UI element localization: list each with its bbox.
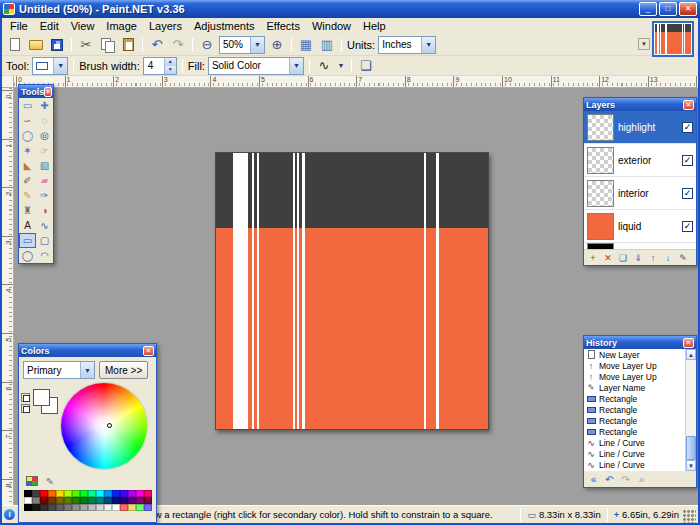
color-swatch[interactable] <box>112 490 120 497</box>
paste-icon[interactable] <box>119 36 137 54</box>
color-swatch[interactable] <box>104 490 112 497</box>
tool-paintbrush-icon[interactable]: ✐ <box>19 173 36 188</box>
color-swatch[interactable] <box>128 490 136 497</box>
merge-layer-down-button[interactable]: ⇓ <box>631 251 645 264</box>
maximize-button[interactable]: □ <box>659 2 677 16</box>
color-swatch[interactable] <box>80 490 88 497</box>
undo-button[interactable]: ↶ <box>603 473 616 486</box>
palette-open-icon[interactable] <box>25 475 39 487</box>
minimize-button[interactable]: _ <box>639 2 657 16</box>
tool-move-selection-icon[interactable]: ◌ <box>36 113 53 128</box>
history-item[interactable]: Rectangle <box>584 393 685 404</box>
menu-adjustments[interactable]: Adjustments <box>188 19 261 33</box>
color-swatch[interactable] <box>48 504 56 511</box>
scrollbar-thumb[interactable] <box>686 436 696 460</box>
history-item[interactable]: New Layer <box>584 349 685 360</box>
brush-width-stepper[interactable]: 4 ▲▼ <box>143 57 177 75</box>
color-swatch[interactable] <box>40 504 48 511</box>
color-swatch[interactable] <box>96 497 104 504</box>
tool-gradient-icon[interactable]: ▧ <box>36 158 53 173</box>
menu-view[interactable]: View <box>65 19 101 33</box>
color-swatch[interactable] <box>48 490 56 497</box>
layer-visible-checkbox[interactable]: ✓ <box>682 122 693 133</box>
color-swatch[interactable] <box>96 490 104 497</box>
add-layer-button[interactable]: + <box>586 251 600 264</box>
color-swatch[interactable] <box>72 497 80 504</box>
history-palette-titlebar[interactable]: History ✕ <box>584 336 696 349</box>
move-layer-up-button[interactable]: ↑ <box>646 251 660 264</box>
color-swatch[interactable] <box>72 504 80 511</box>
history-item[interactable]: ✎Layer Name <box>584 382 685 393</box>
menu-help[interactable]: Help <box>357 19 392 33</box>
color-wheel[interactable] <box>61 383 147 469</box>
resize-grip[interactable] <box>683 510 696 523</box>
close-button[interactable]: ✕ <box>679 2 697 16</box>
layer-row-exterior[interactable]: exterior✓ <box>584 144 696 177</box>
history-item[interactable]: ↑Move Layer Up <box>584 360 685 371</box>
zoom-in-icon[interactable]: ⊕ <box>268 36 286 54</box>
tool-pan-icon[interactable]: ☞ <box>36 143 53 158</box>
color-swatch[interactable] <box>80 497 88 504</box>
tool-move-selected-pixels-icon[interactable]: ✚ <box>36 98 53 113</box>
history-item[interactable]: ∿Line / Curve <box>584 459 685 470</box>
tool-magic-wand-icon[interactable]: ✶ <box>19 143 36 158</box>
color-swatch[interactable] <box>40 497 48 504</box>
tool-lasso-select-icon[interactable]: ∽ <box>19 113 36 128</box>
chevron-down-icon[interactable]: ▼ <box>336 57 346 75</box>
fast-forward-button[interactable]: » <box>635 473 648 486</box>
color-swatch[interactable] <box>64 490 72 497</box>
color-swatch[interactable] <box>64 497 72 504</box>
menu-window[interactable]: Window <box>306 19 357 33</box>
color-swatch[interactable] <box>32 497 40 504</box>
redo-icon[interactable]: ↷ <box>169 36 187 54</box>
move-layer-down-button[interactable]: ↓ <box>661 251 675 264</box>
scroll-down-icon[interactable]: ▼ <box>686 460 696 471</box>
history-item[interactable]: ↑Move Layer Up <box>584 371 685 382</box>
new-file-icon[interactable] <box>6 36 24 54</box>
color-swatch[interactable] <box>104 497 112 504</box>
palette-save-icon[interactable]: ✎ <box>43 475 57 487</box>
color-swatch[interactable] <box>128 504 136 511</box>
menu-file[interactable]: File <box>4 19 34 33</box>
tool-paint-bucket-icon[interactable]: ◣ <box>19 158 36 173</box>
zoom-combobox[interactable]: 50% ▼ <box>219 36 265 54</box>
layer-properties-button[interactable]: ✎ <box>676 251 690 264</box>
tool-rectangle-select-icon[interactable]: ▭ <box>19 98 36 113</box>
open-file-icon[interactable] <box>27 36 45 54</box>
stepper-up-icon[interactable]: ▲ <box>165 58 176 66</box>
color-swatch[interactable] <box>120 504 128 511</box>
line-style-icon[interactable]: ∿ <box>315 57 333 75</box>
color-swatch[interactable] <box>88 490 96 497</box>
chevron-down-icon[interactable]: ▼ <box>289 58 303 74</box>
copy-icon[interactable] <box>98 36 116 54</box>
cut-icon[interactable]: ✂ <box>77 36 95 54</box>
save-file-icon[interactable] <box>48 36 66 54</box>
color-swatch[interactable] <box>88 504 96 511</box>
colors-palette-titlebar[interactable]: Colors ✕ <box>19 344 156 357</box>
layers-palette-titlebar[interactable]: Layers ✕ <box>584 98 696 111</box>
color-swatch[interactable] <box>40 490 48 497</box>
primary-swatch-toggle[interactable] <box>21 393 30 402</box>
duplicate-layer-button[interactable]: ❏ <box>616 251 630 264</box>
color-swatch[interactable] <box>112 504 120 511</box>
delete-layer-button[interactable]: ✕ <box>601 251 615 264</box>
color-swatch[interactable] <box>48 497 56 504</box>
secondary-swatch-toggle[interactable] <box>21 404 30 413</box>
snap-icon[interactable]: ▥ <box>318 36 336 54</box>
rewind-button[interactable]: « <box>587 473 600 486</box>
chevron-down-icon[interactable]: ▼ <box>250 37 264 53</box>
canvas[interactable] <box>215 152 489 430</box>
menu-edit[interactable]: Edit <box>34 19 65 33</box>
tool-freeform-shape-icon[interactable]: ◠ <box>36 248 53 263</box>
history-item[interactable]: ∿Line / Curve <box>584 448 685 459</box>
color-swatch[interactable] <box>56 497 64 504</box>
tool-text-icon[interactable]: A <box>19 218 36 233</box>
tool-combobox[interactable]: ▼ <box>32 57 68 75</box>
layer-row-interior[interactable]: interior✓ <box>584 177 696 210</box>
tool-eraser-icon[interactable]: ▰ <box>36 173 53 188</box>
more-button[interactable]: More >> <box>99 361 148 379</box>
tool-ellipse-icon[interactable]: ◯ <box>19 248 36 263</box>
layer-row-liquid[interactable]: liquid✓ <box>584 210 696 243</box>
color-swatch[interactable] <box>136 490 144 497</box>
color-swatch[interactable] <box>104 504 112 511</box>
